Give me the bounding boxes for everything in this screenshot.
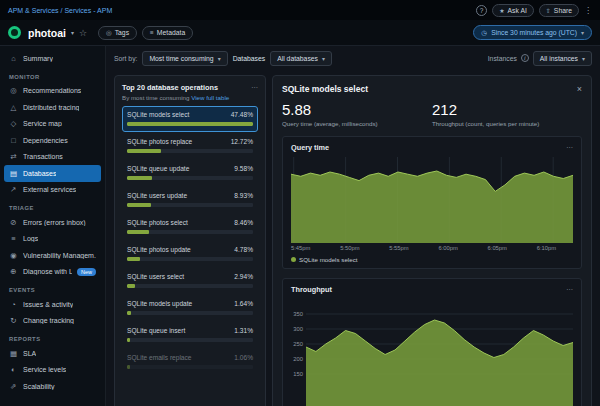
sidebar-section-title: REPORTS <box>0 329 105 345</box>
sidebar-item-service-levels[interactable]: ◐Service levels <box>4 362 101 379</box>
sort-by-dropdown[interactable]: Most time consuming ▾ <box>142 51 227 66</box>
operation-row[interactable]: SQLite queue update9.58% <box>122 160 258 186</box>
metric-label: Query time (average, milliseconds) <box>282 120 432 127</box>
sparkle-icon: ★ <box>499 7 504 14</box>
issues-icon: ◔ <box>9 300 18 309</box>
throughput-chart[interactable] <box>306 299 573 406</box>
tags-button[interactable]: ◎ Tags <box>98 26 137 40</box>
operation-row-text: SQLite photos select8.46% <box>127 219 253 227</box>
query-time-chart[interactable] <box>291 157 573 243</box>
sidebar-item-issues-activity[interactable]: ◔Issues & activity <box>4 296 101 313</box>
dependencies-icon: □ <box>9 136 18 145</box>
y-axis-label: 200 <box>293 356 303 362</box>
operations-panel: Top 20 database operations ⋯ By most tim… <box>114 75 266 406</box>
operation-percentage: 12.72% <box>231 138 253 146</box>
sidebar-item-recommendations[interactable]: ◎Recommendations <box>4 83 101 100</box>
x-axis-label: 6:10pm <box>537 245 556 251</box>
operation-row-text: SQLite photos update4.78% <box>127 246 253 254</box>
metadata-button[interactable]: ≡ Metadata <box>142 26 193 40</box>
operation-percentage: 1.06% <box>234 354 253 362</box>
sidebar-item-label: Recommendations <box>23 87 81 94</box>
menu-icon[interactable]: ⋯ <box>251 84 258 92</box>
chart-legend[interactable]: SQLite models select <box>291 256 573 263</box>
operations-subtitle: By most time consuming <box>122 94 189 101</box>
operation-bar <box>127 257 140 261</box>
operation-label: SQLite models select <box>127 111 189 119</box>
chevron-down-icon[interactable]: ▾ <box>71 29 74 36</box>
operation-row-text: SQLite models select47.48% <box>127 111 253 119</box>
sidebar-item-logs[interactable]: ≡Logs <box>4 231 101 248</box>
sidebar-section-title: TRIAGE <box>0 198 105 214</box>
sidebar-item-vulnerability-managem[interactable]: ◉Vulnerability Managem... <box>4 247 101 264</box>
help-icon[interactable]: ? <box>476 5 487 16</box>
legend-label: SQLite models select <box>299 256 357 263</box>
operation-label: SQLite users update <box>127 192 187 200</box>
sidebar-section-title: MONITOR <box>0 67 105 83</box>
sidebar-item-errors-errors-inbox[interactable]: ⊘Errors (errors inbox) <box>4 214 101 231</box>
operation-percentage: 1.31% <box>234 327 253 335</box>
top-navigation: APM & Services / Services - APM ? ★ Ask … <box>0 0 600 20</box>
transactions-icon: ⇄ <box>9 152 18 161</box>
sidebar-item-change-tracking[interactable]: ↻Change tracking <box>4 313 101 330</box>
operation-row[interactable]: SQLite models select47.48% <box>122 106 258 132</box>
sidebar-item-dependencies[interactable]: □Dependencies <box>4 132 101 149</box>
errors-icon: ⊘ <box>9 218 18 227</box>
operation-row[interactable]: SQLite photos replace12.72% <box>122 133 258 159</box>
metadata-icon: ≡ <box>150 29 154 36</box>
operation-bar <box>127 338 130 342</box>
sort-by-label: Sort by: <box>114 55 137 62</box>
sidebar-item-databases[interactable]: ▤Databases <box>4 165 101 182</box>
more-icon[interactable]: ⋮ <box>584 6 592 15</box>
query-time-x-labels: 5:45pm5:50pm5:55pm6:00pm6:05pm6:10pm <box>291 245 556 251</box>
operation-row-text: SQLite photos replace12.72% <box>127 138 253 146</box>
breadcrumb[interactable]: APM & Services / Services - APM <box>8 7 112 14</box>
operation-row[interactable]: SQLite photos select8.46% <box>122 214 258 240</box>
menu-icon[interactable]: ⋯ <box>566 144 573 152</box>
close-icon[interactable]: × <box>577 84 582 94</box>
operation-row[interactable]: SQLite queue insert1.31% <box>122 322 258 348</box>
app-window: APM & Services / Services - APM ? ★ Ask … <box>0 0 600 406</box>
databases-dropdown[interactable]: All databases ▾ <box>270 51 332 66</box>
operation-row[interactable]: SQLite users select2.94% <box>122 268 258 294</box>
share-button[interactable]: ⇧ Share <box>539 4 579 17</box>
query-time-title: Query time <box>291 143 329 152</box>
service-icon <box>8 26 21 39</box>
info-icon[interactable]: i <box>521 54 529 62</box>
operation-bar-track <box>127 203 253 207</box>
instances-dropdown[interactable]: All instances ▾ <box>533 51 592 66</box>
operation-bar-track <box>127 338 253 342</box>
instances-group: Instances i All instances ▾ <box>488 51 592 66</box>
sidebar-item-external-services[interactable]: ↗External services <box>4 182 101 199</box>
service-name[interactable]: photoai <box>28 27 66 39</box>
sidebar-item-scalability[interactable]: ⇗Scalability <box>4 378 101 395</box>
operation-bar <box>127 176 152 180</box>
operation-row[interactable]: SQLite models update1.64% <box>122 295 258 321</box>
operation-bar <box>127 149 161 153</box>
sidebar-item-service-map[interactable]: ◇Service map <box>4 116 101 133</box>
operation-bar-track <box>127 365 253 369</box>
operation-label: SQLite models update <box>127 300 192 308</box>
time-picker[interactable]: ◷ Since 30 minutes ago (UTC) ▾ <box>473 25 592 40</box>
sidebar-item-transactions[interactable]: ⇄Transactions <box>4 149 101 166</box>
sidebar-nav: ⌂SummaryMONITOR◎Recommendations△Distribu… <box>0 46 106 406</box>
main-area: Sort by: Most time consuming ▾ Databases… <box>106 46 600 406</box>
sidebar-item-sla[interactable]: ▦SLA <box>4 345 101 362</box>
operation-row[interactable]: SQLite photos update4.78% <box>122 241 258 267</box>
operation-bar-track <box>127 122 253 126</box>
menu-icon[interactable]: ⋯ <box>566 286 573 294</box>
sidebar-item-distributed-tracing[interactable]: △Distributed tracing <box>4 99 101 116</box>
instances-value: All instances <box>540 55 578 62</box>
throughput-chart-row: 350300250200150 <box>291 299 573 406</box>
operation-row[interactable]: SQLite emails replace1.06% <box>122 349 258 375</box>
app-body: ⌂SummaryMONITOR◎Recommendations△Distribu… <box>0 46 600 406</box>
operation-label: SQLite photos select <box>127 219 188 227</box>
favorite-star-icon[interactable]: ☆ <box>79 28 87 38</box>
view-full-table-link[interactable]: View full table <box>191 94 229 101</box>
sidebar-item-summary[interactable]: ⌂Summary <box>4 50 101 67</box>
ask-ai-button[interactable]: ★ Ask AI <box>492 4 534 17</box>
sidebar-item-diagnose-with-lo[interactable]: ⊕Diagnose with Lo...New <box>4 264 101 281</box>
sidebar-item-label: Summary <box>23 55 53 62</box>
databases-icon: ▤ <box>9 169 18 178</box>
operation-row-text: SQLite users update8.93% <box>127 192 253 200</box>
operation-row[interactable]: SQLite users update8.93% <box>122 187 258 213</box>
